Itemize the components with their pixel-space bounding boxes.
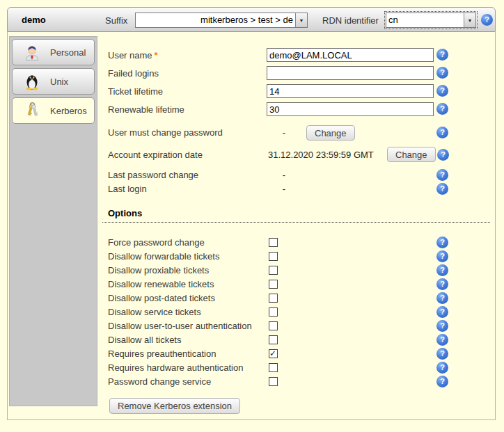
option-label: Disallow all tickets bbox=[108, 333, 181, 347]
option-label: Force password change bbox=[108, 236, 205, 250]
suffix-select[interactable]: mitkerberos > test > de ▼ bbox=[135, 13, 308, 28]
help-icon[interactable]: ? bbox=[436, 278, 448, 290]
help-icon[interactable]: ? bbox=[436, 67, 448, 79]
penguin-icon bbox=[22, 72, 42, 91]
ticket-lifetime-input[interactable] bbox=[267, 84, 434, 98]
chevron-down-icon[interactable]: ▼ bbox=[464, 13, 475, 27]
tab-personal[interactable]: Personal bbox=[12, 39, 95, 65]
person-icon bbox=[22, 42, 42, 62]
option-label: Disallow proxiable tickets bbox=[108, 264, 209, 278]
tab-kerberos[interactable]: Kerberos bbox=[12, 97, 95, 124]
help-icon[interactable]: ? bbox=[436, 334, 448, 346]
account-expiration-label: Account expiration date bbox=[108, 148, 203, 162]
rdn-select-value: cn bbox=[386, 13, 464, 27]
help-icon[interactable]: ? bbox=[436, 306, 448, 318]
user-name-label: User name* bbox=[108, 49, 158, 63]
option-label: Password change service bbox=[108, 375, 211, 389]
help-icon[interactable]: ? bbox=[437, 149, 449, 161]
disallow-forwardable-checkbox[interactable] bbox=[269, 252, 278, 261]
options-section-heading: Options bbox=[102, 208, 490, 223]
account-title: demo bbox=[22, 15, 46, 25]
user-name-input[interactable] bbox=[267, 48, 434, 62]
last-password-change-label: Last password change bbox=[108, 168, 198, 182]
help-icon[interactable]: ? bbox=[436, 292, 448, 304]
help-icon[interactable]: ? bbox=[436, 169, 448, 181]
requires-hardware-auth-checkbox[interactable] bbox=[269, 363, 278, 372]
tab-personal-label: Personal bbox=[50, 47, 86, 58]
change-password-date-button[interactable]: Change bbox=[306, 125, 355, 141]
rdn-identifier-label: RDN identifier bbox=[322, 15, 379, 26]
chevron-down-icon[interactable]: ▼ bbox=[295, 13, 307, 27]
help-icon[interactable]: ? bbox=[436, 127, 448, 138]
help-icon[interactable]: ? bbox=[436, 49, 448, 61]
help-icon[interactable]: ? bbox=[436, 103, 448, 115]
module-tab-sidebar: Personal Unix bbox=[9, 36, 97, 406]
user-name-label-text: User name bbox=[108, 50, 152, 61]
disallow-service-checkbox[interactable] bbox=[269, 307, 278, 317]
help-icon[interactable]: ? bbox=[436, 250, 448, 262]
header-bar: demo Suffix mitkerberos > test > de ▼ RD… bbox=[7, 7, 496, 32]
tab-kerberos-label: Kerberos bbox=[50, 106, 87, 116]
help-icon[interactable]: ? bbox=[436, 348, 448, 360]
force-password-change-checkbox[interactable] bbox=[269, 238, 278, 247]
disallow-proxiable-checkbox[interactable] bbox=[269, 266, 278, 275]
help-icon[interactable]: ? bbox=[436, 237, 448, 248]
must-change-password-label: User must change password bbox=[108, 126, 223, 140]
help-icon[interactable]: ? bbox=[436, 320, 448, 332]
must-change-password-value: - bbox=[277, 126, 291, 140]
ticket-lifetime-label: Ticket lifetime bbox=[108, 85, 163, 99]
lam-user-edit-page: demo Suffix mitkerberos > test > de ▼ RD… bbox=[0, 0, 504, 432]
last-login-label: Last login bbox=[108, 182, 147, 196]
help-icon[interactable]: ? bbox=[436, 183, 448, 195]
requires-preauthentication-checkbox[interactable] bbox=[269, 349, 278, 358]
renewable-lifetime-label: Renewable lifetime bbox=[108, 103, 184, 117]
failed-logins-input[interactable] bbox=[267, 66, 434, 80]
option-label: Requires preauthentication bbox=[108, 347, 216, 361]
required-marker: * bbox=[155, 50, 158, 61]
option-label: Disallow user-to-user authentication bbox=[108, 319, 252, 333]
help-icon[interactable]: ? bbox=[436, 85, 448, 97]
disallow-user-to-user-checkbox[interactable] bbox=[269, 321, 278, 330]
rdn-identifier-select[interactable]: cn ▼ bbox=[386, 13, 476, 28]
help-icon[interactable]: ? bbox=[436, 264, 448, 276]
disallow-renewable-checkbox[interactable] bbox=[269, 280, 278, 289]
option-label: Disallow service tickets bbox=[108, 305, 201, 319]
keys-icon bbox=[22, 101, 42, 120]
option-label: Requires hardware authentication bbox=[108, 361, 243, 375]
help-icon[interactable]: ? bbox=[481, 14, 493, 26]
help-icon[interactable]: ? bbox=[436, 376, 448, 387]
disallow-all-tickets-checkbox[interactable] bbox=[269, 335, 278, 344]
disallow-postdated-checkbox[interactable] bbox=[269, 294, 278, 303]
password-change-service-checkbox[interactable] bbox=[269, 377, 278, 386]
last-login-value: - bbox=[277, 182, 291, 196]
account-expiration-value: 31.12.2020 23:59:59 GMT bbox=[268, 148, 374, 162]
last-password-change-value: - bbox=[277, 168, 291, 182]
help-icon[interactable]: ? bbox=[436, 362, 448, 374]
option-label: Disallow post-dated tickets bbox=[108, 291, 215, 305]
suffix-select-value: mitkerberos > test > de bbox=[136, 13, 295, 27]
failed-logins-label: Failed logins bbox=[108, 67, 159, 81]
tab-unix[interactable]: Unix bbox=[12, 68, 95, 95]
change-expiration-button[interactable]: Change bbox=[387, 147, 436, 162]
renewable-lifetime-input[interactable] bbox=[267, 102, 434, 116]
tab-unix-label: Unix bbox=[50, 77, 68, 87]
option-label: Disallow forwardable tickets bbox=[108, 250, 219, 264]
option-label: Disallow renewable tickets bbox=[108, 278, 214, 291]
suffix-label: Suffix bbox=[105, 15, 127, 26]
remove-kerberos-extension-button[interactable]: Remove Kerberos extension bbox=[109, 398, 240, 414]
